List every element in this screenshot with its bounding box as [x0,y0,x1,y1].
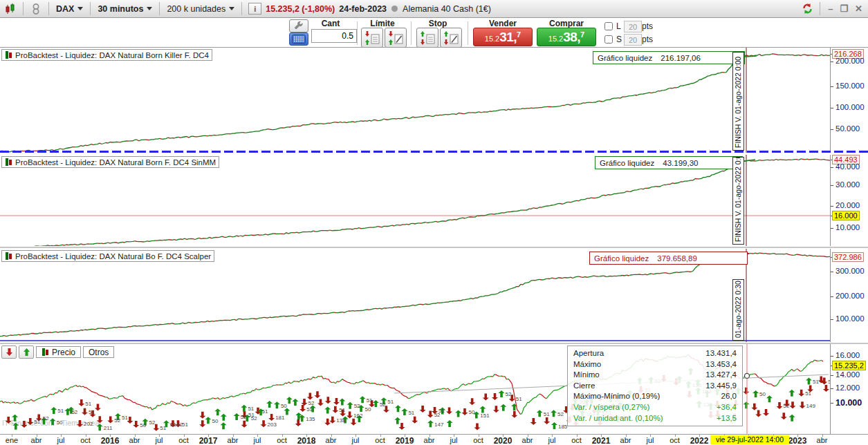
tab-precio[interactable]: Precio [36,346,81,358]
svg-text:185: 185 [558,424,568,430]
timeframe-dropdown[interactable]: 30 minutos [93,1,157,16]
sell-label: Vender [473,19,533,28]
limit-label: Límite [360,19,405,28]
axis-tick-label: 12.000 [835,384,860,392]
tooltip-label: Máximo [573,359,601,370]
order-bar: Cant Límite Stop [0,18,868,47]
backtest-panel-3: ProBacktest - Liquidez: DAX Natural Bo F… [0,249,868,342]
axis-tick-mark [831,129,833,130]
time-axis-label: 2021 [592,436,611,445]
backtest-panel-1: ProBacktest - Liquidez: DAX Natural Born… [0,47,868,153]
svg-text:151: 151 [480,413,490,419]
limit-pts-unit: pts [642,21,653,31]
svg-text:52: 52 [506,391,512,397]
liquidity-value: 216.197,06 [661,54,701,62]
finish-marker-label: FINISH V. 01-ago-2022 0:00 [732,157,744,245]
finish-marker-label: 01-ago-2022 0:30 [732,279,744,341]
link-button[interactable] [26,1,46,16]
panel-splitter[interactable] [0,151,868,153]
svg-text:52: 52 [149,419,155,426]
panel-separator[interactable] [0,247,868,248]
backtest-panel-2: ProBacktest - Liquidez: DAX Natural Born… [0,155,868,246]
tooltip-row: Apertura13.431,4 [573,348,737,359]
time-axis-label: abr [817,436,828,444]
tooltip-row: Var. / unidad ant. (0,10%)+13,5 [573,413,737,424]
sell-button[interactable]: 15.2 31, 7 [473,28,533,46]
chevron-down-icon [147,7,152,10]
candles-icon [41,348,49,356]
limit-close-label: L [616,21,621,31]
divider [23,2,24,15]
tooltip-row: Máximo13.453,4 [573,359,737,370]
axis-tick-label: 200.000 [835,57,865,65]
price-axis: 16.00015.235,214.00012.00010.000 [830,344,868,434]
price-date: 24-feb-2023 [339,4,387,14]
limit-order-edit-button[interactable] [385,28,407,48]
stop-order-edit-icon [443,30,459,46]
limit-pts-input[interactable] [624,21,642,32]
timeframe-label: 30 minutos [98,4,143,14]
time-axis-label: oct [277,436,287,444]
tooltip-label: Apertura [573,348,604,359]
chart-type-button[interactable] [0,1,21,16]
limit-close-checkbox[interactable] [604,22,613,30]
buy-marker-button[interactable] [19,345,34,359]
time-axis-label: abr [31,436,42,444]
axis-tick-label: 50.000 [835,124,860,133]
order-settings-button[interactable] [289,19,308,32]
close-button[interactable]: ✕ [855,3,862,14]
liquidity-value: 379.658,89 [657,254,697,263]
axis-tick-mark [831,319,833,320]
axis-tick-mark [831,388,833,389]
info-icon[interactable]: i [248,3,261,15]
axis-highlight-value: 16.000 [832,211,860,220]
keyboard-order-button[interactable] [289,32,308,46]
sell-marker-button[interactable] [1,345,17,359]
svg-text:50: 50 [140,422,146,428]
svg-text:211: 211 [104,425,113,431]
time-axis-label: abr [326,436,337,444]
tooltip-value: 13.431,4 [705,348,737,359]
tab-otros[interactable]: Otros [83,346,114,358]
time-axis-label: abr [620,436,631,444]
stop-pts-input[interactable] [624,34,642,46]
refresh-button[interactable] [797,1,818,16]
tooltip-value: +13,5 [717,413,737,424]
minimize-button[interactable]: – [828,3,833,14]
liquidity-value-box: Gráfico liquidez 216.197,06 [593,51,745,64]
stop-close-label: S [616,35,622,44]
panel-separator[interactable] [0,343,868,344]
chevron-down-icon [77,7,83,10]
time-axis-label: oct [80,436,91,444]
panel-title-tab[interactable]: ProBacktest - Liquidez: DAX Natural Born… [1,156,219,168]
svg-text:149: 149 [806,403,816,409]
limit-order-button[interactable] [361,28,383,48]
stop-pts-unit: pts [642,35,653,44]
units-dropdown[interactable]: 200 k unidades [162,1,239,16]
symbol-dropdown[interactable]: DAX [51,1,88,16]
buy-button[interactable]: 15.2 38, 7 [537,28,596,46]
axis-tick-mark [831,356,833,357]
tab-precio-label: Precio [52,348,75,357]
axis-tick-mark [831,61,833,62]
tooltip-row: Var. / víspera (0,27%)+36,4 [573,402,737,413]
panel-title-tab[interactable]: ProBacktest - Liquidez: DAX Natural Born… [1,49,212,61]
restore-button[interactable]: ❐ [840,3,848,14]
cursor-date-label: vie 29-jul-2022 14:00 [710,435,789,444]
panel-title-tab[interactable]: ProBacktest - Liquidez: DAX Natural Bo F… [1,250,214,262]
time-axis-label: 2023 [788,436,807,445]
svg-text:51: 51 [339,407,345,413]
quantity-input[interactable] [311,29,357,43]
stop-close-checkbox[interactable] [604,35,613,44]
stop-label: Stop [414,19,462,28]
panel-title: ProBacktest - Liquidez: DAX Natural Born… [15,51,209,59]
stop-order-button[interactable] [416,28,438,48]
time-axis-label: abr [228,436,239,444]
stop-order-edit-button[interactable] [440,28,462,48]
svg-text:147: 147 [434,422,444,428]
svg-text:52: 52 [784,403,790,409]
axis-tick-label: 200.000 [835,292,865,300]
buy-price-prefix: 15.2 [548,35,563,43]
time-axis-label: ene [6,436,18,444]
time-axis: vie 29-jul-2022 14:00 eneabrjuloct2016ab… [0,434,868,445]
